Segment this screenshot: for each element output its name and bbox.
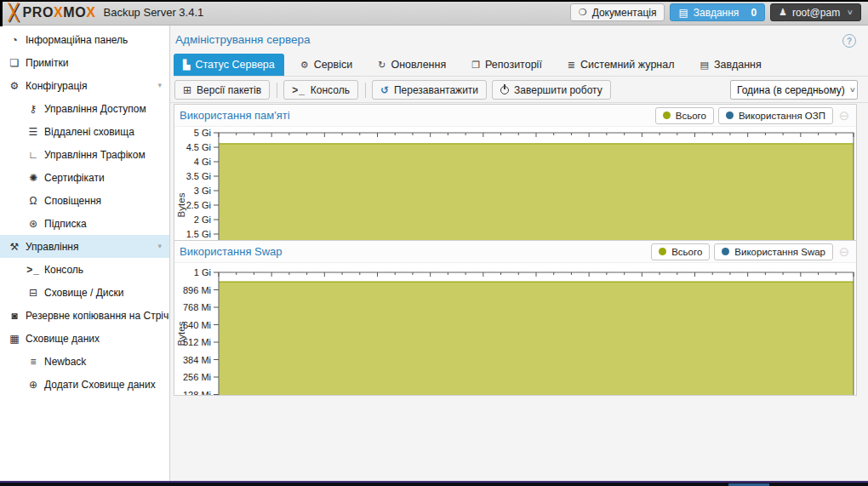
sidebar-item-label: Консоль xyxy=(44,264,83,276)
tab-tasks[interactable]: ▤Завдання xyxy=(691,54,771,76)
proxmox-logo-icon: ╳ xyxy=(9,4,18,20)
time-period-select[interactable]: Година (в середньому) ∨ xyxy=(730,80,858,100)
reboot-button[interactable]: ↺Перезавантажити xyxy=(372,80,487,100)
svg-text:5 Gi: 5 Gi xyxy=(194,128,211,138)
tape-icon: ◙ xyxy=(7,310,22,322)
svg-text:128 Mi: 128 Mi xyxy=(183,390,211,396)
services-icon: ⚙ xyxy=(300,60,309,71)
chevron-down-icon: ∨ xyxy=(847,9,854,16)
legend-button[interactable]: Всього xyxy=(651,243,710,260)
sidebar-item-datastore[interactable]: ▦Сховище даних xyxy=(0,327,169,350)
tab-chart-area[interactable]: ▙Статус Сервера xyxy=(174,54,284,76)
logo-segment: X xyxy=(86,5,95,20)
sidebar-item-certificate[interactable]: ✺Сертифікати xyxy=(0,166,169,189)
tasks-icon: ▤ xyxy=(700,60,709,71)
traffic-icon: ∟ xyxy=(26,149,41,161)
sidebar-item-bell[interactable]: ΩСповіщення xyxy=(0,189,169,212)
proxmox-backup-server-window: ╳ PROXMOX Backup Server 3.4.1 ❍ Документ… xyxy=(0,0,868,486)
swap-usage-legend: ВсьогоВикористання Swap xyxy=(651,243,833,260)
sidebar-item-label: Управління Доступом xyxy=(44,103,146,115)
button-label: Завершити роботу xyxy=(514,84,602,96)
sidebar-item-notes[interactable]: ❏Примітки xyxy=(0,51,169,74)
tasks-button[interactable]: ▤ Завдання 0 xyxy=(670,3,765,21)
sidebar-item-disks[interactable]: ⊟Сховище / Диски xyxy=(0,281,169,304)
power-button[interactable]: Завершити роботу xyxy=(492,80,611,100)
sidebar-item-traffic[interactable]: ∟Управління Трафіком xyxy=(0,143,169,166)
legend-label: Всього xyxy=(676,111,706,121)
sidebar-item-label: Резервне копіювання на Стрічку xyxy=(26,310,170,322)
time-period-value: Година (в середньому) xyxy=(737,84,845,96)
tab-label: Репозиторії xyxy=(485,59,542,71)
button-label: Перезавантажити xyxy=(394,84,478,96)
tab-services[interactable]: ⚙Сервіси xyxy=(291,54,362,76)
collapse-arrow-icon[interactable]: ▾ xyxy=(157,81,162,89)
sidebar-item-database[interactable]: ≡Newback xyxy=(0,350,169,373)
legend-label: Використання Swap xyxy=(734,247,825,257)
memory-usage-panel-header: Використання пам'яті ВсьогоВикористання … xyxy=(174,105,856,127)
legend-button[interactable]: Всього xyxy=(655,107,714,124)
swap-usage-chart[interactable]: 1 Gi896 Mi768 Mi640 Mi512 Mi384 Mi256 Mi… xyxy=(174,263,856,395)
terminal-button[interactable]: >_Консоль xyxy=(283,80,358,100)
sidebar-item-label: Newback xyxy=(44,356,86,368)
window-border-left xyxy=(0,0,3,26)
svg-text:768 Mi: 768 Mi xyxy=(183,302,211,312)
sidebar-item-terminal[interactable]: >_Консоль xyxy=(0,258,169,281)
collapse-arrow-icon[interactable]: ▾ xyxy=(157,242,162,250)
key-icon: ⚷ xyxy=(26,103,41,115)
sidebar-item-dashboard[interactable]: ◔Інформаційна панель xyxy=(0,28,169,51)
repositories-icon: ❐ xyxy=(471,60,480,71)
sidebar-item-key[interactable]: ⚷Управління Доступом xyxy=(0,97,169,120)
svg-text:4.5 Gi: 4.5 Gi xyxy=(186,142,211,152)
sidebar-item-gears[interactable]: ⚙Конфігурація▾ xyxy=(0,74,169,97)
legend-label: Використання ОЗП xyxy=(739,111,825,121)
top-bar: ╳ PROXMOX Backup Server 3.4.1 ❍ Документ… xyxy=(0,0,868,26)
svg-text:3.5 Gi: 3.5 Gi xyxy=(186,171,211,181)
svg-text:Bytes: Bytes xyxy=(176,192,186,217)
sidebar-item-remotes[interactable]: ☰Віддалені сховища xyxy=(0,120,169,143)
svg-text:384 Mi: 384 Mi xyxy=(183,355,211,365)
sidebar-item-wrench[interactable]: ⚒Управління▾ xyxy=(0,235,169,258)
svg-text:2.5 Gi: 2.5 Gi xyxy=(186,200,211,210)
sidebar-item-tape[interactable]: ◙Резервне копіювання на Стрічку xyxy=(0,304,169,327)
undo-zoom-icon[interactable]: ⊖ xyxy=(837,108,851,123)
sidebar-item-label: Інформаційна панель xyxy=(26,34,128,46)
legend-dot-icon xyxy=(663,111,671,119)
sidebar-item-label: Управління Трафіком xyxy=(44,149,146,161)
svg-text:1 Gi: 1 Gi xyxy=(194,267,211,277)
tab-syslog[interactable]: ≣Системний журнал xyxy=(558,54,684,76)
help-icon[interactable]: ? xyxy=(842,34,856,48)
book-icon: ❍ xyxy=(579,7,587,18)
tab-label: Сервіси xyxy=(314,59,353,71)
terminal-icon: >_ xyxy=(292,84,306,96)
toolbar-buttons: ⊞Версії пакетів>_Консоль↺Перезавантажити… xyxy=(174,80,616,100)
logo-segment: MO xyxy=(63,5,86,20)
topbar-actions: ❍ Документація ▤ Завдання 0 ♟ root@pam ∨ xyxy=(570,3,861,21)
database-icon: ≡ xyxy=(26,356,41,368)
sidebar-item-subscription[interactable]: ⊛Підписка xyxy=(0,212,169,235)
sidebar-item-add[interactable]: ⊕Додати Сховище даних xyxy=(0,373,169,396)
legend-label: Всього xyxy=(671,247,702,257)
legend-dot-icon xyxy=(659,248,666,255)
toolbar: ⊞Версії пакетів>_Консоль↺Перезавантажити… xyxy=(170,77,868,103)
package-button[interactable]: ⊞Версії пакетів xyxy=(174,80,270,100)
documentation-label: Документація xyxy=(592,7,657,19)
legend-button[interactable]: Використання ОЗП xyxy=(718,107,833,124)
svg-text:512 Mi: 512 Mi xyxy=(183,337,211,347)
user-icon: ♟ xyxy=(779,7,787,18)
legend-button[interactable]: Використання Swap xyxy=(714,243,833,260)
user-menu-button[interactable]: ♟ root@pam ∨ xyxy=(770,3,861,21)
bell-icon: Ω xyxy=(26,195,41,207)
page-title: Адміністрування сервера xyxy=(175,33,310,46)
tasks-icon: ▤ xyxy=(678,7,688,19)
tab-refresh[interactable]: ↻Оновлення xyxy=(368,54,455,76)
button-label: Консоль xyxy=(311,84,350,96)
notes-icon: ❏ xyxy=(7,57,22,69)
main-content: Адміністрування сервера ? ▙Статус Сервер… xyxy=(170,26,868,481)
tab-label: Статус Сервера xyxy=(195,59,274,71)
chevron-down-icon: ∨ xyxy=(842,86,858,94)
undo-zoom-icon[interactable]: ⊖ xyxy=(837,244,851,260)
logo-segment: X xyxy=(54,5,63,20)
documentation-button[interactable]: ❍ Документація xyxy=(570,3,665,21)
tab-repositories[interactable]: ❐Репозиторії xyxy=(462,54,551,76)
sidebar-item-label: Підписка xyxy=(44,218,87,230)
